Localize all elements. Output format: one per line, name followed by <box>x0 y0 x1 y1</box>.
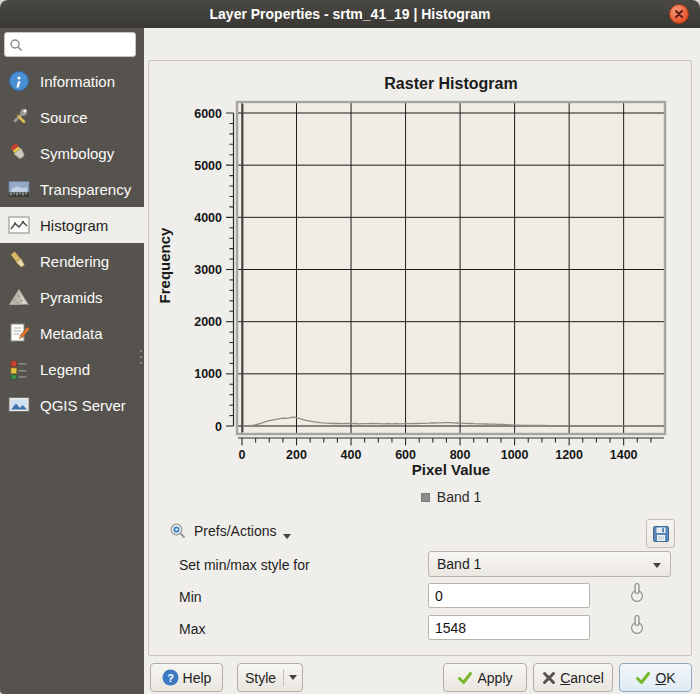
apply-check-icon <box>457 670 473 686</box>
save-histogram-button[interactable] <box>646 519 675 548</box>
svg-text:200: 200 <box>286 448 307 462</box>
sidebar-item-legend[interactable]: Legend <box>0 351 144 387</box>
search-input[interactable] <box>23 36 131 53</box>
svg-text:4000: 4000 <box>194 211 222 225</box>
svg-text:1200: 1200 <box>555 448 583 462</box>
chart-legend: Band 1 <box>238 489 664 505</box>
svg-text:800: 800 <box>450 448 471 462</box>
style-button[interactable]: Style <box>237 663 303 692</box>
svg-text:3000: 3000 <box>194 263 222 277</box>
sidebar-item-pyramids[interactable]: Pyramids <box>0 279 144 315</box>
window-title: Layer Properties - srtm_41_19 | Histogra… <box>210 6 491 22</box>
raster-histogram-plot[interactable]: 0200400600800100012001400010002000300040… <box>149 61 692 463</box>
histogram-icon <box>7 213 31 237</box>
max-label: Max <box>179 621 205 637</box>
prefs-menu-caret-icon <box>283 534 291 539</box>
metadata-icon <box>7 321 31 345</box>
band1-legend-marker <box>421 493 430 502</box>
qgis-server-icon <box>7 393 31 417</box>
source-icon <box>7 105 31 129</box>
apply-button[interactable]: Apply <box>443 663 527 692</box>
sidebar-item-histogram[interactable]: Histogram <box>0 207 144 243</box>
set-minmax-style-label: Set min/max style for <box>179 557 310 573</box>
rendering-icon <box>7 249 31 273</box>
sidebar-item-rendering[interactable]: Rendering <box>0 243 144 279</box>
ok-button[interactable]: OK <box>619 663 692 692</box>
search-icon <box>9 38 23 52</box>
svg-text:6000: 6000 <box>194 107 222 121</box>
cancel-x-icon <box>542 671 556 685</box>
svg-text:5000: 5000 <box>194 159 222 173</box>
zoom-actions-icon <box>169 522 187 540</box>
sidebar-item-symbology[interactable]: Symbology <box>0 135 144 171</box>
svg-text:0: 0 <box>239 448 246 462</box>
max-set-from-canvas-button[interactable] <box>625 613 649 639</box>
sidebar-item-transparency[interactable]: Transparency <box>0 171 144 207</box>
band1-legend-label: Band 1 <box>437 489 481 505</box>
search-box <box>4 32 136 57</box>
close-icon <box>674 9 684 19</box>
sidebar-item-qgis-server[interactable]: QGIS Server <box>0 387 144 423</box>
symbology-icon <box>7 141 31 165</box>
svg-text:?: ? <box>167 672 174 684</box>
transparency-icon <box>7 177 31 201</box>
close-button[interactable] <box>669 4 689 24</box>
legend-icon <box>7 357 31 381</box>
svg-text:600: 600 <box>395 448 416 462</box>
save-icon <box>652 525 670 543</box>
layer-properties-dialog: Layer Properties - srtm_41_19 | Histogra… <box>0 0 700 694</box>
svg-text:0: 0 <box>215 420 222 434</box>
sidebar: Information Source <box>0 28 144 694</box>
help-button[interactable]: ? Help <box>150 663 223 692</box>
svg-text:1000: 1000 <box>194 367 222 381</box>
svg-text:1000: 1000 <box>501 448 529 462</box>
sidebar-nav: Information Source <box>0 63 144 423</box>
min-label: Min <box>179 589 202 605</box>
svg-text:400: 400 <box>341 448 362 462</box>
ok-check-icon <box>635 670 651 686</box>
max-input[interactable] <box>428 615 590 640</box>
svg-text:2000: 2000 <box>194 315 222 329</box>
chevron-down-icon <box>284 675 302 680</box>
main-area: Raster Histogram 02004006008001000120014… <box>144 28 700 694</box>
pyramids-icon <box>7 285 31 309</box>
cancel-button[interactable]: Cancel <box>533 663 613 692</box>
hand-pointer-icon <box>627 581 647 605</box>
svg-text:1400: 1400 <box>610 448 638 462</box>
band-select[interactable]: Band 1 <box>428 551 671 577</box>
x-axis-label: Pixel Value <box>238 461 664 478</box>
sidebar-item-information[interactable]: Information <box>0 63 144 99</box>
sidebar-splitter-handle[interactable] <box>140 346 143 368</box>
sidebar-item-source[interactable]: Source <box>0 99 144 135</box>
help-icon: ? <box>162 669 179 686</box>
chevron-down-icon <box>653 563 661 568</box>
min-input[interactable] <box>428 583 590 608</box>
content-pane: Raster Histogram 02004006008001000120014… <box>148 60 692 656</box>
title-bar: Layer Properties - srtm_41_19 | Histogra… <box>0 0 700 28</box>
min-set-from-canvas-button[interactable] <box>625 581 649 607</box>
sidebar-item-metadata[interactable]: Metadata <box>0 315 144 351</box>
prefs-actions-button[interactable]: Prefs/Actions <box>163 517 297 545</box>
y-axis-label: Frequency <box>156 181 173 351</box>
hand-pointer-icon <box>627 613 647 637</box>
information-icon <box>7 69 31 93</box>
